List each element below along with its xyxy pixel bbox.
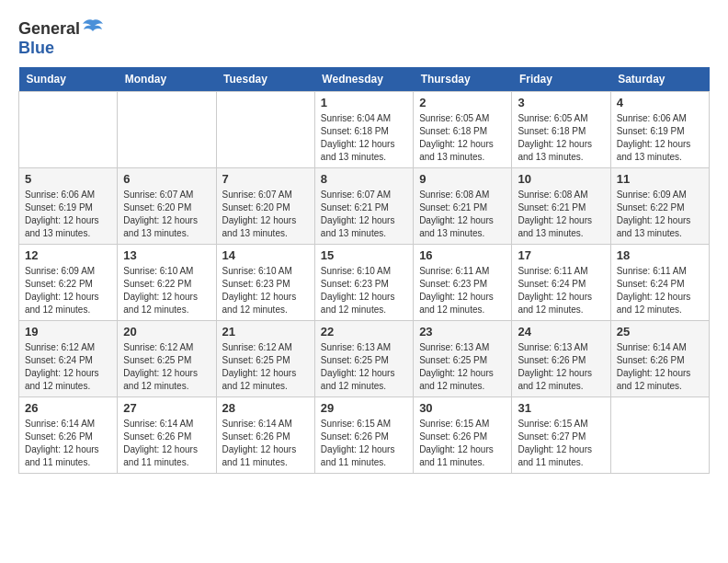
day-number: 19 <box>25 325 111 339</box>
calendar-day-9: 9Sunrise: 6:08 AM Sunset: 6:21 PM Daylig… <box>414 168 512 245</box>
calendar-day-8: 8Sunrise: 6:07 AM Sunset: 6:21 PM Daylig… <box>314 168 413 245</box>
day-content: Sunrise: 6:14 AM Sunset: 6:26 PM Dayligh… <box>617 341 703 393</box>
calendar-day-29: 29Sunrise: 6:15 AM Sunset: 6:26 PM Dayli… <box>314 397 413 474</box>
day-content: Sunrise: 6:09 AM Sunset: 6:22 PM Dayligh… <box>25 265 111 316</box>
day-number: 30 <box>419 401 506 415</box>
day-number: 21 <box>222 325 309 339</box>
calendar-day-15: 15Sunrise: 6:10 AM Sunset: 6:23 PM Dayli… <box>314 245 413 321</box>
calendar-day-6: 6Sunrise: 6:07 AM Sunset: 6:20 PM Daylig… <box>118 168 216 245</box>
day-header-thursday: Thursday <box>414 67 512 92</box>
calendar-cell-empty <box>216 92 314 168</box>
logo-bird-icon <box>83 18 103 39</box>
calendar-cell-empty <box>610 397 709 474</box>
day-content: Sunrise: 6:08 AM Sunset: 6:21 PM Dayligh… <box>419 189 506 240</box>
calendar-day-18: 18Sunrise: 6:11 AM Sunset: 6:24 PM Dayli… <box>610 245 709 321</box>
calendar-day-24: 24Sunrise: 6:13 AM Sunset: 6:26 PM Dayli… <box>512 321 610 397</box>
day-number: 6 <box>123 172 210 186</box>
day-content: Sunrise: 6:12 AM Sunset: 6:25 PM Dayligh… <box>222 341 309 393</box>
day-number: 26 <box>25 401 111 415</box>
day-header-tuesday: Tuesday <box>216 67 314 92</box>
day-header-wednesday: Wednesday <box>314 67 413 92</box>
day-content: Sunrise: 6:13 AM Sunset: 6:25 PM Dayligh… <box>419 341 506 393</box>
calendar-day-23: 23Sunrise: 6:13 AM Sunset: 6:25 PM Dayli… <box>414 321 512 397</box>
calendar-day-19: 19Sunrise: 6:12 AM Sunset: 6:24 PM Dayli… <box>19 321 118 397</box>
calendar-day-31: 31Sunrise: 6:15 AM Sunset: 6:27 PM Dayli… <box>512 397 610 474</box>
day-content: Sunrise: 6:12 AM Sunset: 6:24 PM Dayligh… <box>25 341 111 393</box>
day-content: Sunrise: 6:04 AM Sunset: 6:18 PM Dayligh… <box>321 112 407 164</box>
day-content: Sunrise: 6:15 AM Sunset: 6:27 PM Dayligh… <box>518 418 604 469</box>
logo-blue-text: Blue <box>18 39 54 57</box>
calendar-cell-empty <box>19 92 118 168</box>
day-number: 25 <box>617 325 703 339</box>
day-content: Sunrise: 6:13 AM Sunset: 6:25 PM Dayligh… <box>321 341 407 393</box>
day-content: Sunrise: 6:06 AM Sunset: 6:19 PM Dayligh… <box>617 112 703 164</box>
day-content: Sunrise: 6:08 AM Sunset: 6:21 PM Dayligh… <box>518 189 604 240</box>
calendar-day-16: 16Sunrise: 6:11 AM Sunset: 6:23 PM Dayli… <box>414 245 512 321</box>
day-number: 2 <box>419 96 506 109</box>
days-header-row: SundayMondayTuesdayWednesdayThursdayFrid… <box>19 67 710 92</box>
day-number: 5 <box>25 172 111 186</box>
calendar-day-28: 28Sunrise: 6:14 AM Sunset: 6:26 PM Dayli… <box>216 397 314 474</box>
day-number: 12 <box>25 248 111 262</box>
calendar-week-3: 12Sunrise: 6:09 AM Sunset: 6:22 PM Dayli… <box>19 245 710 321</box>
day-content: Sunrise: 6:07 AM Sunset: 6:21 PM Dayligh… <box>321 189 407 240</box>
day-content: Sunrise: 6:15 AM Sunset: 6:26 PM Dayligh… <box>419 418 506 469</box>
day-content: Sunrise: 6:10 AM Sunset: 6:22 PM Dayligh… <box>123 265 210 316</box>
day-number: 15 <box>321 248 407 262</box>
day-number: 16 <box>419 248 506 262</box>
day-header-monday: Monday <box>118 67 216 92</box>
day-content: Sunrise: 6:14 AM Sunset: 6:26 PM Dayligh… <box>123 418 210 469</box>
day-number: 24 <box>518 325 604 339</box>
calendar-day-2: 2Sunrise: 6:05 AM Sunset: 6:18 PM Daylig… <box>414 92 512 168</box>
logo-general-text: General <box>18 19 80 39</box>
day-number: 9 <box>419 172 506 186</box>
day-content: Sunrise: 6:11 AM Sunset: 6:23 PM Dayligh… <box>419 265 506 316</box>
day-number: 11 <box>617 172 703 186</box>
day-number: 7 <box>222 172 309 186</box>
day-number: 17 <box>518 248 604 262</box>
calendar-day-30: 30Sunrise: 6:15 AM Sunset: 6:26 PM Dayli… <box>414 397 512 474</box>
day-content: Sunrise: 6:09 AM Sunset: 6:22 PM Dayligh… <box>617 189 703 240</box>
day-content: Sunrise: 6:10 AM Sunset: 6:23 PM Dayligh… <box>222 265 309 316</box>
day-content: Sunrise: 6:12 AM Sunset: 6:25 PM Dayligh… <box>123 341 210 393</box>
day-number: 8 <box>321 172 407 186</box>
day-number: 1 <box>321 96 407 109</box>
calendar-day-3: 3Sunrise: 6:05 AM Sunset: 6:18 PM Daylig… <box>512 92 610 168</box>
calendar-cell-empty <box>118 92 216 168</box>
header: General Blue <box>18 18 710 58</box>
calendar-day-27: 27Sunrise: 6:14 AM Sunset: 6:26 PM Dayli… <box>118 397 216 474</box>
calendar-day-21: 21Sunrise: 6:12 AM Sunset: 6:25 PM Dayli… <box>216 321 314 397</box>
day-content: Sunrise: 6:14 AM Sunset: 6:26 PM Dayligh… <box>222 418 309 469</box>
calendar-day-10: 10Sunrise: 6:08 AM Sunset: 6:21 PM Dayli… <box>512 168 610 245</box>
calendar-day-20: 20Sunrise: 6:12 AM Sunset: 6:25 PM Dayli… <box>118 321 216 397</box>
calendar-table: SundayMondayTuesdayWednesdayThursdayFrid… <box>18 67 710 474</box>
day-number: 28 <box>222 401 309 415</box>
day-header-saturday: Saturday <box>610 67 709 92</box>
day-content: Sunrise: 6:05 AM Sunset: 6:18 PM Dayligh… <box>518 112 604 164</box>
day-number: 29 <box>321 401 407 415</box>
calendar-week-5: 26Sunrise: 6:14 AM Sunset: 6:26 PM Dayli… <box>19 397 710 474</box>
day-number: 23 <box>419 325 506 339</box>
day-number: 3 <box>518 96 604 109</box>
calendar-day-26: 26Sunrise: 6:14 AM Sunset: 6:26 PM Dayli… <box>19 397 118 474</box>
day-number: 18 <box>617 248 703 262</box>
day-content: Sunrise: 6:07 AM Sunset: 6:20 PM Dayligh… <box>222 189 309 240</box>
day-number: 31 <box>518 401 604 415</box>
logo: General Blue <box>18 18 103 58</box>
day-content: Sunrise: 6:11 AM Sunset: 6:24 PM Dayligh… <box>617 265 703 316</box>
calendar-week-4: 19Sunrise: 6:12 AM Sunset: 6:24 PM Dayli… <box>19 321 710 397</box>
day-content: Sunrise: 6:07 AM Sunset: 6:20 PM Dayligh… <box>123 189 210 240</box>
calendar-day-22: 22Sunrise: 6:13 AM Sunset: 6:25 PM Dayli… <box>314 321 413 397</box>
day-number: 10 <box>518 172 604 186</box>
day-number: 14 <box>222 248 309 262</box>
day-number: 4 <box>617 96 703 109</box>
calendar-day-12: 12Sunrise: 6:09 AM Sunset: 6:22 PM Dayli… <box>19 245 118 321</box>
day-number: 27 <box>123 401 210 415</box>
day-header-friday: Friday <box>512 67 610 92</box>
day-number: 20 <box>123 325 210 339</box>
day-header-sunday: Sunday <box>19 67 118 92</box>
calendar-day-17: 17Sunrise: 6:11 AM Sunset: 6:24 PM Dayli… <box>512 245 610 321</box>
calendar-week-1: 1Sunrise: 6:04 AM Sunset: 6:18 PM Daylig… <box>19 92 710 168</box>
day-content: Sunrise: 6:14 AM Sunset: 6:26 PM Dayligh… <box>25 418 111 469</box>
calendar-day-14: 14Sunrise: 6:10 AM Sunset: 6:23 PM Dayli… <box>216 245 314 321</box>
